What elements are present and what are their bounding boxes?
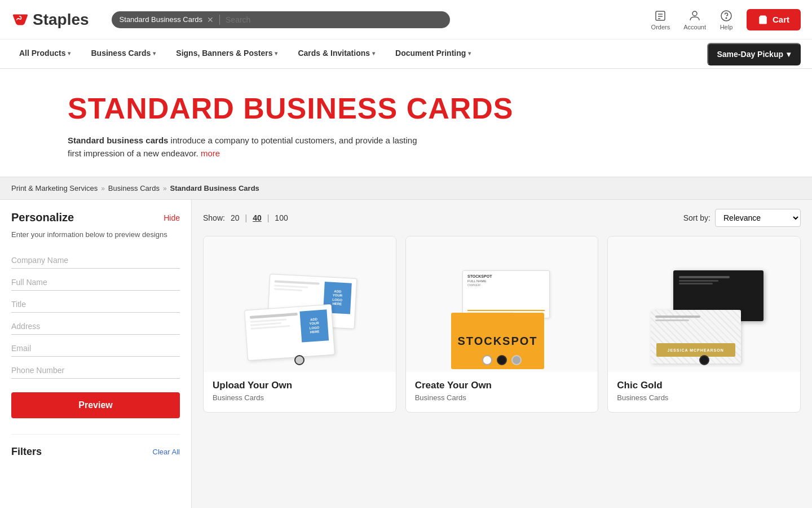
show-100[interactable]: 100 bbox=[272, 212, 290, 224]
main-content: Personalize Hide Enter your information … bbox=[0, 200, 812, 508]
address-field bbox=[11, 316, 180, 335]
same-day-pickup-button[interactable]: Same-Day Pickup ▾ bbox=[707, 43, 801, 65]
chevron-down-icon: ▾ bbox=[468, 50, 471, 56]
breadcrumb-bar: Print & Marketing Services » Business Ca… bbox=[0, 177, 812, 200]
title-field bbox=[11, 294, 180, 313]
sort-select[interactable]: Relevance Price Low to High Price High t… bbox=[715, 209, 801, 227]
email-field bbox=[11, 338, 180, 357]
sort-options: Sort by: Relevance Price Low to High Pri… bbox=[683, 209, 801, 227]
orders-button[interactable]: Orders bbox=[651, 9, 670, 30]
color-dot-black[interactable] bbox=[699, 355, 709, 365]
chevron-down-icon: ▾ bbox=[275, 50, 277, 56]
product-name: Create Your Own bbox=[415, 380, 589, 391]
product-info: Create Your Own Business Cards bbox=[406, 372, 598, 412]
search-input[interactable] bbox=[226, 15, 442, 24]
company-name-input[interactable] bbox=[11, 250, 180, 269]
nav-all-products[interactable]: All Products ▾ bbox=[11, 40, 78, 68]
product-grid: ADD YOUR LOGO HERE bbox=[203, 236, 801, 413]
orders-icon bbox=[654, 9, 667, 23]
mockup-black: JESSICA MCPHEARSON bbox=[642, 248, 766, 361]
color-dots bbox=[482, 355, 522, 365]
product-info: Upload Your Own Business Cards bbox=[204, 372, 396, 412]
title-input[interactable] bbox=[11, 294, 180, 313]
logo[interactable]: Staples bbox=[11, 11, 89, 29]
sort-label: Sort by: bbox=[683, 213, 710, 222]
staples-logo-icon bbox=[11, 14, 29, 26]
account-button[interactable]: Account bbox=[683, 9, 706, 30]
color-dot-gray[interactable] bbox=[511, 355, 522, 365]
product-card-create-your-own[interactable]: STOCKSPOT FULL NAME OWNER STOCKSPOT bbox=[405, 236, 599, 413]
nav-signs-banners[interactable]: Signs, Banners & Posters ▾ bbox=[168, 40, 285, 68]
clear-all-link[interactable]: Clear All bbox=[153, 448, 180, 456]
color-dots bbox=[699, 355, 709, 365]
address-input[interactable] bbox=[11, 316, 180, 335]
product-image-chic-gold: JESSICA MCPHEARSON bbox=[608, 237, 800, 372]
card-pattern-front: JESSICA MCPHEARSON bbox=[651, 310, 741, 364]
filters-section: Filters Clear All bbox=[11, 434, 180, 458]
personalize-title: Personalize bbox=[11, 211, 74, 224]
show-options: Show: 20 | 40 | 100 bbox=[203, 212, 290, 224]
nav-business-cards[interactable]: Business Cards ▾ bbox=[83, 40, 164, 68]
same-day-label: Same-Day Pickup bbox=[717, 50, 784, 59]
mockup-orange: STOCKSPOT FULL NAME OWNER STOCKSPOT bbox=[440, 248, 564, 361]
product-name: Chic Gold bbox=[617, 380, 791, 391]
product-category: Business Cards bbox=[213, 393, 387, 402]
company-name-field bbox=[11, 250, 180, 269]
preview-button[interactable]: Preview bbox=[11, 392, 180, 418]
products-toolbar: Show: 20 | 40 | 100 Sort by: Relevance P… bbox=[203, 209, 801, 227]
show-40[interactable]: 40 bbox=[250, 212, 264, 224]
phone-input[interactable] bbox=[11, 360, 180, 379]
search-clear-icon[interactable]: ✕ bbox=[207, 15, 214, 24]
product-name: Upload Your Own bbox=[213, 380, 387, 391]
help-button[interactable]: Help bbox=[720, 9, 733, 30]
nav-document-printing[interactable]: Document Printing ▾ bbox=[387, 40, 479, 68]
hero-more-link[interactable]: more bbox=[201, 148, 220, 158]
chevron-down-icon: ▾ bbox=[372, 50, 375, 56]
color-dots bbox=[294, 355, 304, 365]
sidebar: Personalize Hide Enter your information … bbox=[0, 200, 192, 508]
show-label: Show: bbox=[203, 213, 225, 222]
search-bar: Standard Business Cards ✕ bbox=[112, 11, 450, 28]
orders-label: Orders bbox=[651, 24, 670, 30]
cart-button[interactable]: Cart bbox=[747, 9, 801, 30]
show-20[interactable]: 20 bbox=[228, 212, 242, 224]
chevron-down-icon: ▾ bbox=[153, 50, 156, 56]
color-dot[interactable] bbox=[294, 355, 304, 365]
product-card-chic-gold[interactable]: JESSICA MCPHEARSON Chic Gold Business Ca… bbox=[607, 236, 801, 413]
product-card-upload-your-own[interactable]: ADD YOUR LOGO HERE bbox=[203, 236, 396, 413]
breadcrumb: Print & Marketing Services » Business Ca… bbox=[11, 184, 801, 192]
phone-number-field bbox=[11, 360, 180, 379]
search-divider bbox=[219, 15, 220, 25]
hero-desc-bold: Standard business cards bbox=[68, 135, 168, 145]
header: Staples Standard Business Cards ✕ Orders… bbox=[0, 0, 812, 40]
help-label: Help bbox=[720, 24, 733, 30]
hero-section: Standard Business Cards Standard busines… bbox=[0, 69, 812, 177]
cart-label: Cart bbox=[773, 15, 789, 24]
search-tag: Standard Business Cards bbox=[120, 15, 202, 24]
breadcrumb-separator: » bbox=[163, 185, 167, 192]
logo-text: Staples bbox=[33, 11, 89, 29]
page-title: Standard Business Cards bbox=[68, 91, 801, 125]
full-name-input[interactable] bbox=[11, 272, 180, 291]
product-image-create-your-own: STOCKSPOT FULL NAME OWNER STOCKSPOT bbox=[406, 237, 598, 372]
personalize-header: Personalize Hide bbox=[11, 211, 180, 224]
hide-link[interactable]: Hide bbox=[164, 213, 180, 222]
product-info: Chic Gold Business Cards bbox=[608, 372, 800, 412]
color-dot-black[interactable] bbox=[497, 355, 507, 365]
breadcrumb-print-marketing[interactable]: Print & Marketing Services bbox=[11, 184, 98, 192]
nav-cards-invitations[interactable]: Cards & Invitations ▾ bbox=[290, 40, 383, 68]
color-dot-white[interactable] bbox=[482, 355, 492, 365]
account-label: Account bbox=[683, 24, 706, 30]
cart-icon bbox=[758, 15, 768, 25]
full-name-field bbox=[11, 272, 180, 291]
svg-point-6 bbox=[726, 17, 727, 19]
product-category: Business Cards bbox=[617, 393, 791, 402]
email-input[interactable] bbox=[11, 338, 180, 357]
account-icon bbox=[688, 9, 701, 23]
breadcrumb-current: Standard Business Cards bbox=[170, 184, 259, 192]
svg-point-4 bbox=[692, 11, 697, 16]
chevron-down-icon: ▾ bbox=[787, 50, 791, 59]
mockup-upload: ADD YOUR LOGO HERE bbox=[237, 248, 361, 361]
breadcrumb-business-cards[interactable]: Business Cards bbox=[108, 184, 160, 192]
products-area: Show: 20 | 40 | 100 Sort by: Relevance P… bbox=[192, 200, 812, 508]
